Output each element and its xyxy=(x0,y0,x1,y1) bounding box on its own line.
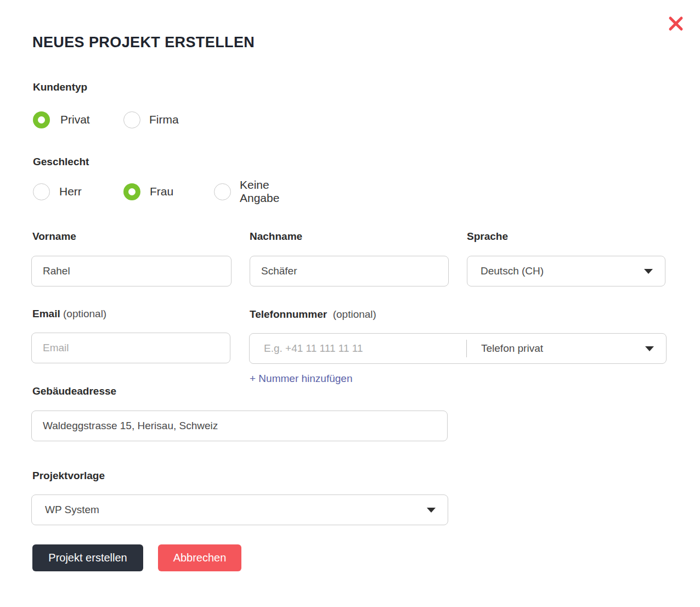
radio-privat[interactable]: Privat xyxy=(33,111,90,128)
sprache-selected-value: Deutsch (CH) xyxy=(481,265,544,277)
add-number-link[interactable]: + Nummer hinzufügen xyxy=(250,373,352,385)
radio-label: Herr xyxy=(59,185,82,198)
radio-firma[interactable]: Firma xyxy=(123,111,179,128)
radio-circle-icon xyxy=(123,183,140,200)
phone-type-select[interactable]: Telefon privat xyxy=(467,334,666,363)
phone-type-selected-value: Telefon privat xyxy=(481,342,543,355)
telefonnummer-label: Telefonnummer (optional) xyxy=(250,308,376,321)
sprache-select[interactable]: Deutsch (CH) xyxy=(467,256,665,286)
email-label: Email (optional) xyxy=(32,308,106,320)
radio-label: Frau xyxy=(150,185,173,198)
radio-label: Privat xyxy=(60,113,90,126)
radio-circle-icon xyxy=(33,111,50,128)
chevron-down-icon xyxy=(645,346,654,351)
kundentyp-label: Kundentyp xyxy=(33,81,87,93)
vorname-input[interactable] xyxy=(31,256,232,286)
nachname-input[interactable] xyxy=(250,256,449,286)
gebaeudeadresse-label: Gebäudeadresse xyxy=(32,385,116,397)
email-input[interactable] xyxy=(31,333,230,363)
radio-frau[interactable]: Frau xyxy=(123,183,173,200)
radio-label: Keine Angabe xyxy=(240,178,279,205)
cancel-button[interactable]: Abbrechen xyxy=(158,544,241,571)
nachname-label: Nachname xyxy=(250,231,302,243)
close-icon[interactable] xyxy=(667,14,685,33)
geschlecht-label: Geschlecht xyxy=(33,156,89,168)
projektvorlage-label: Projektvorlage xyxy=(32,470,105,482)
gebaeudeadresse-input[interactable] xyxy=(31,411,448,441)
radio-circle-icon xyxy=(33,183,50,200)
page-title: NEUES PROJEKT ERSTELLEN xyxy=(32,34,255,51)
radio-keine-angabe[interactable]: Keine Angabe xyxy=(214,183,279,200)
radio-circle-icon xyxy=(123,111,140,128)
phone-number-input[interactable] xyxy=(250,334,466,363)
telefon-optional-hint: (optional) xyxy=(333,308,376,320)
chevron-down-icon xyxy=(427,508,436,513)
projektvorlage-select[interactable]: WP System xyxy=(31,494,448,525)
sprache-label: Sprache xyxy=(467,231,508,243)
create-project-dialog: NEUES PROJEKT ERSTELLEN Kundentyp Privat… xyxy=(0,0,700,607)
radio-circle-icon xyxy=(214,183,231,200)
projektvorlage-selected-value: WP System xyxy=(45,504,99,516)
phone-field-group: Telefon privat xyxy=(249,333,667,364)
vorname-label: Vorname xyxy=(32,231,76,243)
radio-label: Firma xyxy=(149,113,179,126)
create-project-button[interactable]: Projekt erstellen xyxy=(32,544,143,571)
chevron-down-icon xyxy=(644,269,653,274)
radio-herr[interactable]: Herr xyxy=(33,183,82,200)
email-optional-hint: (optional) xyxy=(63,308,106,319)
